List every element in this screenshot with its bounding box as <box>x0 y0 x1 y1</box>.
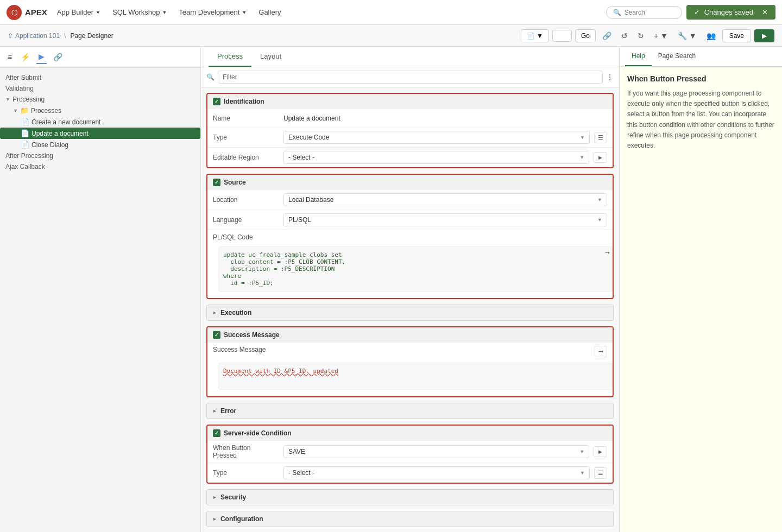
search-icon: 🔍 <box>613 9 621 16</box>
section-server-title: Server-side Condition <box>224 429 292 437</box>
nav-sql-arrow: ▼ <box>162 10 167 15</box>
section-security: ► Security <box>206 489 614 505</box>
search-input[interactable] <box>625 9 673 16</box>
plsql-code-area[interactable]: ➙ update uc_froala_sample_clobs set clob… <box>218 246 613 292</box>
tab-help[interactable]: Help <box>625 47 652 66</box>
section-server-side-header[interactable]: ✓ Server-side Condition <box>207 426 613 441</box>
undo-button[interactable]: ↺ <box>618 29 631 42</box>
section-success-title: Success Message <box>224 331 280 339</box>
sidebar-item-close-dialog[interactable]: 📄 Close Dialog <box>0 139 200 150</box>
sidebar-item-processing[interactable]: ▼ Processing <box>0 94 200 105</box>
type-action-btn[interactable]: ☰ <box>594 132 607 143</box>
section-identification-header[interactable]: ✓ Identification <box>207 94 613 109</box>
sidebar-share-icon[interactable]: 🔗 <box>51 50 65 64</box>
main-nav: App Builder ▼ SQL Workshop ▼ Team Develo… <box>52 6 287 18</box>
sidebar-item-update-doc[interactable]: 📄 Update a document <box>0 128 200 139</box>
filter-input[interactable] <box>218 71 603 84</box>
prop-row-type: Type Execute Code ▼ ☰ <box>207 128 613 148</box>
sidebar-toolbar: ≡ ⚡ ▶ 🔗 <box>0 47 200 68</box>
prop-row-name: Name Update a document <box>207 109 613 128</box>
section-source-body: Location Local Database ▼ Language PL/SQ… <box>207 190 613 298</box>
prop-row-cond-type: Type - Select - ▼ ☰ <box>207 463 613 483</box>
prop-row-success-msg: Success Message ➙ Document with ID &P5_I… <box>207 343 613 396</box>
changes-saved-banner: ✓ Changes saved ✕ <box>686 5 775 20</box>
nav-sql-workshop[interactable]: SQL Workshop ▼ <box>107 6 172 18</box>
cond-type-select[interactable]: - Select - ▼ <box>283 466 590 479</box>
global-search-box[interactable]: 🔍 <box>606 6 682 19</box>
section-error-title: Error <box>220 407 236 415</box>
sidebar-item-after-processing[interactable]: After Processing <box>0 150 200 161</box>
redo-button[interactable]: ↻ <box>634 29 647 42</box>
process-icon: 📄 <box>21 118 29 126</box>
run-button[interactable]: ▶ <box>754 29 774 42</box>
share-button[interactable]: 👥 <box>703 29 719 42</box>
go-button[interactable]: Go <box>575 29 596 42</box>
section-configuration-title: Configuration <box>220 515 263 523</box>
section-source: ✓ Source Location Local Database ▼ Langu… <box>206 174 614 299</box>
sidebar-lightning-icon[interactable]: ⚡ <box>18 50 32 64</box>
execution-expand-icon: ► <box>212 310 217 315</box>
when-button-arrow-btn[interactable]: ► <box>594 446 607 457</box>
section-security-header[interactable]: ► Security <box>207 490 613 505</box>
prop-row-location: Location Local Database ▼ <box>207 190 613 210</box>
section-server-body: When ButtonPressed SAVE ▼ ► Type - Selec… <box>207 441 613 483</box>
breadcrumb-application[interactable]: ⇧ Application 101 <box>8 32 60 40</box>
when-button-select[interactable]: SAVE ▼ <box>283 445 589 458</box>
type-select[interactable]: Execute Code ▼ <box>283 131 590 144</box>
filter-options-button[interactable]: ⋮ <box>606 73 614 81</box>
tab-process[interactable]: Process <box>209 47 251 67</box>
page-number-input[interactable]: 5 <box>552 30 572 42</box>
sidebar-process-icon[interactable]: ▶ <box>36 50 47 64</box>
location-select[interactable]: Local Database ▼ <box>283 193 607 206</box>
success-message-area[interactable]: Document with ID &P5_ID. updated <box>218 363 613 390</box>
right-content: When Button Pressed If you want this pag… <box>620 67 782 532</box>
filter-bar: 🔍 ⋮ <box>201 67 619 87</box>
left-sidebar: ≡ ⚡ ▶ 🔗 After Submit Validating ▼ Proces… <box>0 47 201 532</box>
plsql-code-text: update uc_froala_sample_clobs set clob_c… <box>223 251 608 287</box>
checkmark-icon: ✓ <box>694 8 700 16</box>
sidebar-item-processes[interactable]: ▼ 📁 Processes <box>0 105 200 116</box>
security-expand-icon: ► <box>212 495 217 500</box>
section-error-header[interactable]: ► Error <box>207 403 613 419</box>
process-close-icon: 📄 <box>21 141 29 149</box>
editable-region-arrow-btn[interactable]: ► <box>594 152 607 163</box>
right-panel: Help Page Search When Button Pressed If … <box>619 47 782 532</box>
success-expand-btn[interactable]: ➙ <box>595 346 607 357</box>
nav-gallery[interactable]: Gallery <box>253 6 286 18</box>
nav-team-development[interactable]: Team Development ▼ <box>173 6 252 18</box>
config-expand-icon: ► <box>212 516 217 522</box>
language-select[interactable]: PL/SQL ▼ <box>283 213 607 226</box>
code-expand-button[interactable]: ➙ <box>605 249 610 256</box>
tab-layout[interactable]: Layout <box>251 47 290 67</box>
center-pane: Process Layout 🔍 ⋮ ✓ Identification Name… <box>201 47 619 532</box>
shared-components-button[interactable]: 🔗 <box>599 29 615 42</box>
right-panel-description: If you want this page processing compone… <box>627 88 774 151</box>
breadcrumb-page: Page Designer <box>70 32 113 40</box>
add-button[interactable]: + ▼ <box>651 29 671 42</box>
wrench-button[interactable]: 🔧 ▼ <box>674 29 700 42</box>
up-arrow-icon: ⇧ <box>8 32 13 40</box>
sidebar-item-create-doc[interactable]: 📄 Create a new document <box>0 116 200 128</box>
section-success-message-header[interactable]: ✓ Success Message <box>207 327 613 343</box>
editable-region-select[interactable]: - Select - ▼ <box>283 151 589 164</box>
close-icon[interactable]: ✕ <box>762 8 768 16</box>
section-source-header[interactable]: ✓ Source <box>207 175 613 190</box>
breadcrumb-bar: ⇧ Application 101 \ Page Designer 📄 ▼ 5 … <box>0 25 782 47</box>
filter-search-icon: 🔍 <box>206 73 215 81</box>
section-configuration-header[interactable]: ► Configuration <box>207 511 613 527</box>
cond-type-list-btn[interactable]: ☰ <box>594 467 607 479</box>
apex-logo-icon: ◯ <box>7 5 22 20</box>
sidebar-item-ajax-callback[interactable]: Ajax Callback <box>0 161 200 172</box>
save-button[interactable]: Save <box>722 29 751 42</box>
section-execution-title: Execution <box>220 309 251 316</box>
sidebar-grid-icon[interactable]: ≡ <box>5 50 14 64</box>
sidebar-item-validating[interactable]: Validating <box>0 83 200 94</box>
new-page-button[interactable]: 📄 ▼ <box>521 29 549 42</box>
nav-app-builder[interactable]: App Builder ▼ <box>52 6 106 18</box>
tab-page-search[interactable]: Page Search <box>652 47 702 66</box>
section-execution-header[interactable]: ► Execution <box>207 305 613 320</box>
sidebar-item-after-submit[interactable]: After Submit <box>0 72 200 83</box>
section-identification: ✓ Identification Name Update a document … <box>206 93 614 168</box>
right-panel-title: When Button Pressed <box>627 74 774 83</box>
center-tabs: Process Layout <box>201 47 619 67</box>
